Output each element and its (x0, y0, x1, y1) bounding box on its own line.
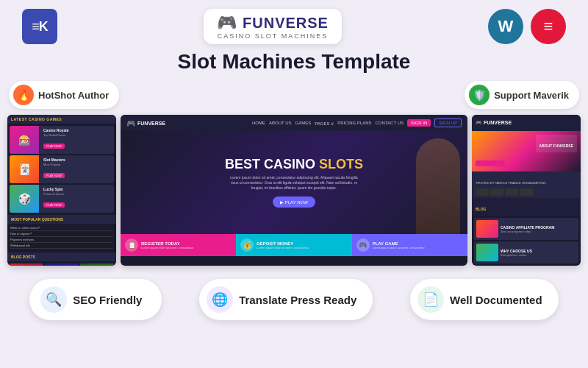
badges-row: 🔥 HotShot Author 🛡️ Support Maverik (0, 81, 588, 109)
nav-logo-text: FUNVERSE (137, 121, 165, 126)
card-btn-3[interactable]: PLAY NOW (43, 202, 65, 208)
popular-title: MOST POPULAR QUESTIONS (7, 215, 116, 224)
right-nav: 🎮 FUNVERSE (472, 115, 581, 131)
right-nav-logo: 🎮 FUNVERSE (476, 120, 512, 126)
nav-contact: CONTACT US (376, 121, 404, 125)
right-card-1: CASINO AFFILIATE PROGRAM Join our progra… (474, 218, 578, 240)
preview-center: 🎮 FUNVERSE HOME ABOUT US GAMES PAGES ∨ P… (121, 115, 467, 266)
right-hero-image: ABOUT FUNVERSE (472, 131, 581, 171)
card-content-3: Lucky Spin Featured Game PLAY NOW (41, 185, 67, 213)
card-sub-3: Featured Game (43, 192, 65, 196)
card-btn-2[interactable]: PLAY NOW (43, 173, 65, 178)
documented-label: Well Documented (450, 294, 542, 306)
nav-logo: 🎮 FUNVERSE (126, 119, 165, 127)
nav-pricing: PRICING PLANS (337, 121, 371, 125)
card-content-2: Slot Masters Most Popular PLAY NOW (41, 155, 68, 183)
cta-play-text: PLAY GAME Lorem ipsum dolor sit amet, co… (373, 241, 425, 250)
cta-register-sub: Lorem ipsum dolor sit amet, consectetur (141, 246, 193, 250)
card-sub-1: Top Rated Game (43, 133, 68, 137)
preview-left: LATEST CASINO GAMES 🎰 Casino Royale Top … (7, 115, 116, 266)
right-blog-section: BLOG (472, 198, 581, 216)
cta-deposit-text: DEPOSIT MONEY Lorem ipsum dolor sit amet… (257, 241, 309, 250)
header-right-logos: W ≡ (488, 9, 566, 44)
nav-games: GAMES (295, 121, 312, 125)
card-img-1: 🎰 (10, 126, 39, 154)
cta-play-sub: Lorem ipsum dolor sit amet, consectetur (373, 246, 425, 250)
nav-signin[interactable]: SIGN IN (407, 119, 431, 127)
cta-register-text: REGISTER TODAY Lorem ipsum dolor sit ame… (141, 241, 193, 250)
rsc-text-2: WHY CHOOSE US Best platform online (501, 249, 532, 257)
left-section-title: LATEST CASINO GAMES (7, 115, 116, 124)
card-title-2: Slot Masters (43, 158, 65, 162)
wordpress-logo: W (488, 9, 523, 44)
feature-documented: 📄 Well Documented (410, 279, 559, 320)
card-img-3: 🎲 (10, 185, 39, 213)
blog-img-1 (10, 263, 43, 266)
right-about-title: ABOUT FUNVERSE (536, 135, 577, 152)
card-sub-2: Most Popular (43, 163, 65, 166)
seo-icon-wrap: 🔍 (40, 286, 67, 313)
right-trusted-section: TRUSTED BY FAMOUS FINANCE ORGANIZATIONS (472, 171, 581, 198)
cta-deposit-icon: 💰 (240, 238, 254, 252)
cta-register-icon: 📋 (125, 238, 138, 252)
hero-cta-button[interactable]: ▶ PLAY NOW (273, 197, 315, 208)
card-img-2: 🃏 (10, 155, 39, 183)
card-title-1: Casino Royale (43, 128, 68, 132)
right-hero-overlay (476, 160, 505, 168)
funverse-icon: 🎮 (217, 13, 237, 32)
header: ≡K 🎮 FUNVERSE CASINO SLOT MACHINES W ≡ (0, 0, 588, 50)
card-content-1: Casino Royale Top Rated Game PLAY NOW (41, 126, 71, 154)
cta-play: 🎮 PLAY GAME Lorem ipsum dolor sit amet, … (352, 234, 467, 256)
blog-title: BLOG POSTS (7, 252, 116, 261)
translate-icon: 🌐 (212, 291, 228, 308)
page-title: Slot Machines Template (0, 50, 588, 74)
hotshot-icon: 🔥 (13, 85, 34, 105)
feature-seo: 🔍 SEO Friendly (29, 279, 162, 320)
center-logo: 🎮 FUNVERSE CASINO SLOT MACHINES (204, 9, 342, 44)
hero-section: BEST CASINO SLOTS Lorem ipsum dolor sit … (121, 131, 467, 234)
nav-home: HOME (252, 121, 265, 125)
funverse-title: FUNVERSE (243, 15, 329, 32)
nav-links: HOME ABOUT US GAMES PAGES ∨ PRICING PLAN… (252, 118, 462, 127)
seo-label: SEO Friendly (73, 294, 142, 306)
rsc-img-1 (476, 220, 498, 238)
hero-person-silhouette (416, 138, 460, 234)
card-title-3: Lucky Spin (43, 187, 65, 191)
funverse-subtitle: CASINO SLOT MACHINES (218, 32, 328, 40)
mini-nav: 🎮 FUNVERSE HOME ABOUT US GAMES PAGES ∨ P… (121, 115, 467, 131)
translate-label: Translate Press Ready (239, 294, 356, 306)
preview-container: LATEST CASINO GAMES 🎰 Casino Royale Top … (0, 115, 588, 266)
features-strip: 🔍 SEO Friendly 🌐 Translate Press Ready 📄… (0, 270, 588, 326)
trusted-logo-4 (520, 188, 533, 196)
page-title-section: Slot Machines Template (0, 50, 588, 74)
blog-img-3 (80, 263, 114, 266)
rsc-img-2 (476, 244, 498, 261)
popular-items: What is online casino? How to register? … (7, 224, 116, 250)
hero-title: BEST CASINO SLOTS (225, 158, 363, 172)
nav-pages: PAGES ∨ (315, 121, 334, 126)
documented-icon: 📄 (423, 291, 439, 308)
ek-logo: ≡K (22, 9, 57, 44)
cta-strip: 📋 REGISTER TODAY Lorem ipsum dolor sit a… (121, 234, 467, 256)
hero-text: BEST CASINO SLOTS Lorem ipsum dolor sit … (225, 158, 363, 208)
right-action-btn (476, 160, 505, 166)
funverse-icon-row: 🎮 FUNVERSE (217, 13, 329, 32)
card-btn-1[interactable]: PLAY NOW (43, 144, 65, 149)
trusted-logo-3 (505, 188, 518, 196)
left-card-2: 🃏 Slot Masters Most Popular PLAY NOW (10, 155, 114, 183)
trusted-logo-1 (476, 188, 489, 196)
blog-images (7, 261, 116, 266)
support-icon: 🛡️ (469, 85, 490, 105)
trusted-logos (476, 188, 577, 196)
cta-deposit: 💰 DEPOSIT MONEY Lorem ipsum dolor sit am… (236, 234, 351, 256)
right-side-cards: CASINO AFFILIATE PROGRAM Join our progra… (472, 216, 581, 266)
trusted-logo-2 (490, 188, 503, 196)
support-badge: 🛡️ Support Maverik (465, 81, 579, 109)
nav-signup[interactable]: SIGN UP (434, 118, 462, 127)
cta-play-icon: 🎮 (356, 238, 370, 252)
ek-logo-text: ≡K (32, 19, 48, 35)
cta-deposit-sub: Lorem ipsum dolor sit amet, consectetur (257, 246, 309, 250)
support-label: Support Maverik (494, 90, 569, 101)
popular-item-1: What is online casino? (10, 225, 113, 231)
left-cards: 🎰 Casino Royale Top Rated Game PLAY NOW … (7, 124, 116, 215)
